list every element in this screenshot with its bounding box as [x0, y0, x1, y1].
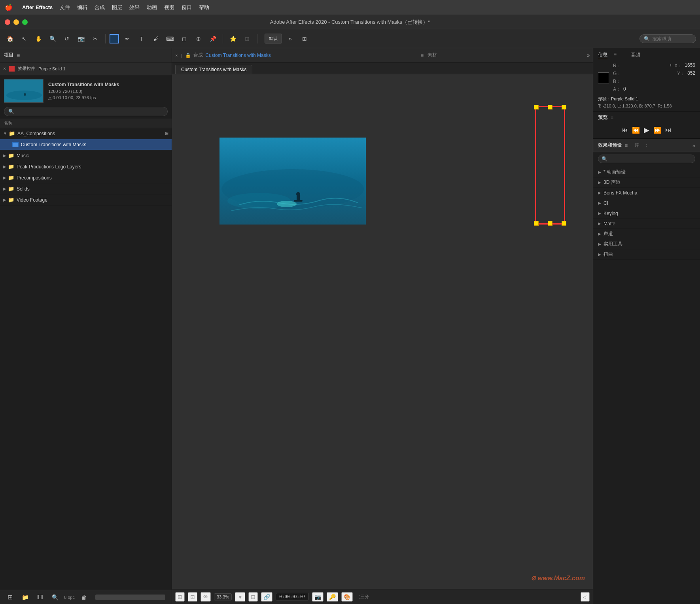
- effect-controls-close[interactable]: ×: [3, 66, 6, 72]
- hand-tool[interactable]: ✋: [32, 33, 44, 45]
- viewer-color-button[interactable]: 🎨: [341, 592, 353, 602]
- project-search-input[interactable]: [17, 109, 163, 114]
- viewer-menu-icon[interactable]: ≡: [421, 53, 424, 58]
- expand-icon[interactable]: ▶: [3, 176, 6, 180]
- menu-composition[interactable]: 合成: [95, 4, 105, 11]
- viewer-snapshot-button[interactable]: 📷: [312, 592, 324, 602]
- viewer-region-button[interactable]: ⊡: [188, 592, 197, 602]
- mask-handle-br[interactable]: [562, 221, 566, 226]
- rotation-tool[interactable]: ↺: [61, 33, 73, 45]
- viewer-zoom-dropdown[interactable]: ▼: [235, 592, 245, 602]
- help-search[interactable]: 🔍: [639, 34, 696, 43]
- expand-icon[interactable]: ▶: [3, 164, 6, 169]
- viewer-chevron[interactable]: »: [587, 53, 590, 58]
- menu-file[interactable]: 文件: [60, 4, 70, 11]
- pen-tool[interactable]: ✒: [121, 33, 133, 45]
- preview-next-frame-button[interactable]: ⏩: [653, 126, 661, 134]
- viewer-snap-button[interactable]: 🔗: [261, 592, 272, 602]
- info-tab[interactable]: 信息: [598, 51, 607, 59]
- project-list[interactable]: ▼ 📁 AA_Compositions ⊞ Custom Transitions…: [0, 128, 172, 590]
- viewer-tab-comp[interactable]: Custom Transitions with Masks: [175, 65, 252, 74]
- new-comp-button[interactable]: 🎞: [34, 591, 46, 603]
- close-window-button[interactable]: [5, 19, 10, 25]
- expand-icon[interactable]: ▶: [3, 153, 6, 158]
- expand-icon[interactable]: [9, 142, 11, 147]
- menu-view[interactable]: 视图: [164, 4, 174, 11]
- select-tool[interactable]: ↖: [18, 33, 30, 45]
- star-tool[interactable]: ⭐: [227, 33, 239, 45]
- menu-edit[interactable]: 编辑: [77, 4, 87, 11]
- effect-category-ci[interactable]: ▶ CI: [593, 198, 700, 208]
- folder-item-solids[interactable]: ▶ 📁 Solids: [0, 183, 172, 194]
- stamp-tool[interactable]: ⌨: [164, 33, 176, 45]
- viewer-comp-name[interactable]: Custom Transitions with Masks: [205, 53, 271, 58]
- default-workspace-button[interactable]: 默认: [265, 34, 282, 43]
- folder-item-video-footage[interactable]: ▶ 📁 Video Footage: [0, 194, 172, 206]
- menu-help[interactable]: 帮助: [199, 4, 209, 11]
- comp-item-custom-transitions[interactable]: Custom Transitions with Masks: [0, 139, 172, 150]
- viewer-lock-icon[interactable]: 🔒: [185, 53, 191, 58]
- effects-search-input[interactable]: [610, 156, 692, 162]
- new-comp-from-footage-button[interactable]: ⊞: [4, 591, 16, 603]
- more-workspaces-button[interactable]: »: [284, 33, 296, 45]
- viewer-show-snapshot-button[interactable]: 🔑: [327, 592, 338, 602]
- project-search[interactable]: 🔍: [4, 107, 168, 116]
- help-search-input[interactable]: [652, 36, 692, 42]
- minimize-window-button[interactable]: [13, 19, 19, 25]
- puppet-tool[interactable]: ✂: [89, 33, 101, 45]
- camera-tool[interactable]: 📷: [75, 33, 87, 45]
- effect-category-channel[interactable]: ▶ 声道: [593, 229, 700, 239]
- effect-category-animation-presets[interactable]: ▶ * 动画预设: [593, 167, 700, 177]
- delete-button[interactable]: 🗑: [78, 591, 90, 603]
- text-tool[interactable]: T: [136, 33, 148, 45]
- viewer-expand-panel-button[interactable]: ◁: [581, 592, 590, 602]
- library-button[interactable]: 库: [635, 142, 639, 149]
- search-button[interactable]: 🔍: [49, 591, 61, 603]
- effect-category-keying[interactable]: ▶ Keying: [593, 208, 700, 219]
- effect-category-3d-channel[interactable]: ▶ 3D 声道: [593, 177, 700, 188]
- eraser-tool[interactable]: ◻: [178, 33, 190, 45]
- info-plus-icon[interactable]: +: [669, 62, 672, 69]
- mask-handle-bl[interactable]: [534, 221, 539, 226]
- viewer-zoom-selector[interactable]: 33.3%: [214, 593, 232, 600]
- viewer-fit-button[interactable]: ⊟: [248, 592, 258, 602]
- workspace-settings-button[interactable]: ⊞: [299, 33, 310, 45]
- folder-item-peak-logo[interactable]: ▶ 📁 Peak Productions Logo Layers: [0, 161, 172, 172]
- effect-category-utility[interactable]: ▶ 实用工具: [593, 239, 700, 249]
- mask-handle-tr[interactable]: [562, 105, 566, 109]
- folder-item-music[interactable]: ▶ 📁 Music: [0, 150, 172, 161]
- rectangle-mask-tool[interactable]: [110, 34, 119, 43]
- mask-handle-tl[interactable]: [534, 105, 539, 109]
- viewer-close-button[interactable]: ×: [175, 53, 178, 58]
- effect-category-matte[interactable]: ▶ Matte: [593, 219, 700, 229]
- effect-category-distort[interactable]: ▶ 扭曲: [593, 249, 700, 260]
- apple-menu[interactable]: 🍎: [5, 4, 13, 11]
- expand-icon[interactable]: ▶: [3, 187, 6, 191]
- roto-tool[interactable]: ⊕: [193, 33, 204, 45]
- viewer-canvas[interactable]: ⊘ www.MacZ.com: [172, 74, 593, 589]
- expand-icon[interactable]: ▼: [3, 131, 7, 136]
- app-name-menu[interactable]: After Effects: [22, 4, 53, 10]
- info-menu-icon[interactable]: ≡: [614, 51, 617, 59]
- zoom-tool[interactable]: 🔍: [47, 33, 59, 45]
- preview-prev-frame-button[interactable]: ⏪: [632, 126, 640, 134]
- brush-tool[interactable]: 🖌: [150, 33, 162, 45]
- menu-animation[interactable]: 动画: [147, 4, 157, 11]
- project-panel-menu-icon[interactable]: ≡: [17, 52, 20, 59]
- menu-layer[interactable]: 图层: [112, 4, 122, 11]
- preview-play-button[interactable]: ▶: [644, 126, 649, 134]
- mask-handle-bottom[interactable]: [548, 221, 552, 226]
- folder-item-aa-compositions[interactable]: ▼ 📁 AA_Compositions ⊞: [0, 128, 172, 139]
- preview-last-frame-button[interactable]: ⏭: [665, 126, 672, 134]
- effects-expand-button[interactable]: »: [692, 142, 695, 149]
- mask-rectangle[interactable]: [535, 106, 565, 225]
- viewer-toggle-transparency-button[interactable]: ⊞: [175, 592, 185, 602]
- folder-arrange-icon[interactable]: ⊞: [165, 131, 168, 136]
- pin-tool[interactable]: 📌: [207, 33, 219, 45]
- menu-window[interactable]: 窗口: [182, 4, 192, 11]
- effects-search[interactable]: 🔍: [598, 155, 695, 163]
- menu-effects[interactable]: 效果: [129, 4, 140, 11]
- expand-icon[interactable]: ▶: [3, 198, 6, 202]
- effects-menu-icon[interactable]: ≡: [625, 143, 628, 148]
- preview-first-frame-button[interactable]: ⏮: [622, 126, 628, 134]
